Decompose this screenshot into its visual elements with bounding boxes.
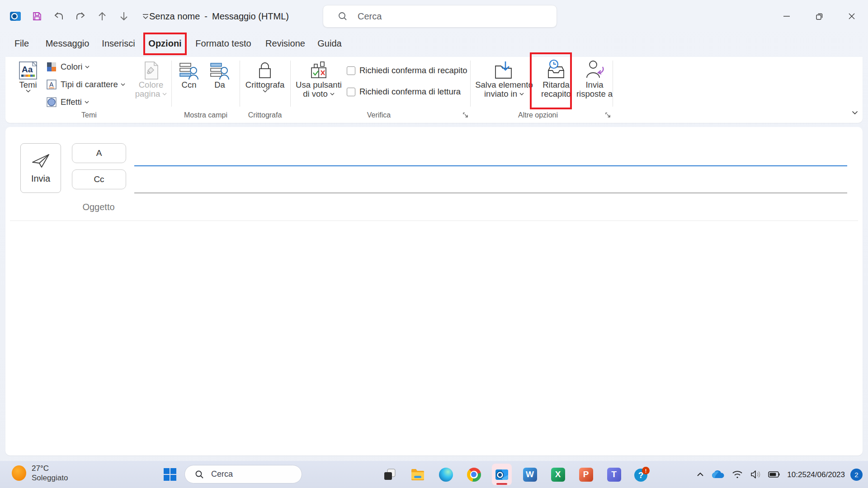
save-button[interactable] <box>31 10 43 23</box>
battery-icon <box>768 471 780 478</box>
page-color-icon <box>142 58 160 80</box>
powerpoint-icon: P <box>579 468 593 482</box>
chevron-down-icon <box>85 66 90 68</box>
cc-field-input[interactable] <box>134 192 847 193</box>
theme-fonts-icon: A <box>46 79 57 90</box>
chevron-down-icon <box>852 111 858 115</box>
window-title: Senza nome - Messaggio (HTML) <box>149 0 289 33</box>
start-button[interactable] <box>163 467 177 482</box>
invia-risposte-a-button[interactable]: Invia risposte a <box>574 58 615 111</box>
word-button[interactable]: W <box>520 464 540 485</box>
minimize-button[interactable] <box>770 0 803 33</box>
ccn-button[interactable]: Ccn <box>175 58 203 111</box>
svg-text:Aa: Aa <box>22 65 33 74</box>
undo-button[interactable] <box>52 10 65 23</box>
excel-button[interactable]: X <box>548 464 568 485</box>
checkbox-icon <box>347 66 355 75</box>
file-explorer-button[interactable] <box>408 464 428 485</box>
message-body-input[interactable] <box>10 222 858 451</box>
group-separator <box>613 61 613 107</box>
redo-button[interactable] <box>74 10 87 23</box>
edge-button[interactable] <box>436 464 456 485</box>
system-tray: 10:25 24/06/2023 2 <box>693 461 868 488</box>
tab-formato-testo[interactable]: Formato testo <box>195 33 251 54</box>
tab-guida[interactable]: Guida <box>317 33 341 54</box>
move-up-button[interactable] <box>96 10 108 23</box>
salva-elemento-inviato-in-button[interactable]: Salva elemento inviato in <box>471 58 537 111</box>
to-button[interactable]: A <box>72 143 126 163</box>
chevron-up-icon <box>697 472 704 477</box>
restore-button[interactable] <box>803 0 835 33</box>
weather-widget[interactable]: 27°C Soleggiato <box>12 464 68 483</box>
colore-pagina-button: Colore pagina <box>129 58 173 111</box>
notification-count-badge[interactable]: 2 <box>850 469 863 481</box>
outlook-message-window: Senza nome - Messaggio (HTML) Cerca File… <box>0 0 868 488</box>
tab-opzioni[interactable]: Opzioni <box>148 33 181 54</box>
chevron-down-icon <box>85 101 89 103</box>
group-label-verifica: Verifica <box>367 110 391 121</box>
clock-widget[interactable]: 10:25 24/06/2023 <box>783 465 849 483</box>
taskbar-app-icons: W X P T ? ! <box>380 463 652 486</box>
header-body-divider <box>10 221 858 221</box>
verifica-dialog-launcher-icon[interactable] <box>461 111 470 120</box>
group-separator <box>470 61 471 107</box>
chevron-down-icon <box>26 89 31 93</box>
teams-button[interactable]: T <box>604 464 624 485</box>
hidden-icons-button[interactable] <box>693 465 708 483</box>
tab-inserisci[interactable]: Inserisci <box>102 33 135 54</box>
outlook-logo-icon <box>9 10 22 23</box>
tab-messaggio[interactable]: Messaggio <box>46 33 90 54</box>
tab-revisione[interactable]: Revisione <box>265 33 305 54</box>
themes-icon: Aa <box>18 58 38 80</box>
windows-logo-icon <box>163 468 177 481</box>
chevron-down-icon <box>121 83 125 86</box>
group-label-mostra-campi: Mostra campi <box>184 110 227 121</box>
to-field-input[interactable] <box>134 165 847 166</box>
titlebar-search-box[interactable]: Cerca <box>323 5 557 28</box>
crittografa-button[interactable]: Crittografa <box>242 58 288 111</box>
window-controls <box>770 0 868 33</box>
search-placeholder: Cerca <box>211 469 233 479</box>
outlook-button[interactable] <box>492 464 512 485</box>
edge-icon <box>439 468 453 482</box>
onedrive-button[interactable] <box>708 465 728 483</box>
search-icon <box>195 470 204 479</box>
group-label-temi: Temi <box>81 110 97 121</box>
richiedi-conferma-recapito-checkbox[interactable]: Richiedi conferma di recapito <box>347 66 467 75</box>
date: 24/06/2023 <box>807 470 845 479</box>
group-separator <box>240 61 240 107</box>
tab-file[interactable]: File <box>14 33 29 54</box>
speaker-icon <box>750 470 761 479</box>
colori-button[interactable]: Colori <box>46 59 90 75</box>
usa-pulsanti-di-voto-button[interactable]: Usa pulsanti di voto <box>294 58 344 111</box>
powerpoint-button[interactable]: P <box>576 464 596 485</box>
move-down-button[interactable] <box>118 10 130 23</box>
effetti-button[interactable]: Effetti <box>46 94 89 110</box>
ritarda-recapito-button[interactable]: Ritarda recapito <box>536 58 576 111</box>
wifi-button[interactable] <box>728 465 746 483</box>
altre-opzioni-dialog-launcher-icon[interactable] <box>604 111 613 120</box>
bcc-field-icon <box>179 58 199 80</box>
title-bar: Senza nome - Messaggio (HTML) Cerca <box>0 0 868 33</box>
chevron-down-icon <box>330 93 335 95</box>
delay-delivery-icon <box>545 58 567 80</box>
get-help-button[interactable]: ? ! <box>632 464 652 485</box>
sunny-weather-icon <box>12 465 26 481</box>
search-icon <box>338 11 348 21</box>
chrome-button[interactable] <box>464 464 484 485</box>
da-button[interactable]: Da <box>206 58 234 111</box>
excel-icon: X <box>551 468 565 482</box>
close-button[interactable] <box>835 0 868 33</box>
richiedi-conferma-lettura-checkbox[interactable]: Richiedi conferma di lettura <box>347 87 461 97</box>
chevron-down-icon <box>162 93 167 95</box>
temi-button[interactable]: Aa Temi <box>11 58 45 111</box>
collapse-ribbon-button[interactable] <box>850 108 860 117</box>
battery-button[interactable] <box>764 465 783 483</box>
tipi-di-carattere-button[interactable]: A Tipi di carattere <box>46 76 125 93</box>
taskbar-search-box[interactable]: Cerca <box>184 465 302 483</box>
task-view-button[interactable] <box>380 464 400 485</box>
send-button[interactable]: Invia <box>20 143 61 193</box>
volume-button[interactable] <box>746 465 764 483</box>
group-label-altre-opzioni: Altre opzioni <box>518 110 558 121</box>
cc-button[interactable]: Cc <box>72 169 126 189</box>
